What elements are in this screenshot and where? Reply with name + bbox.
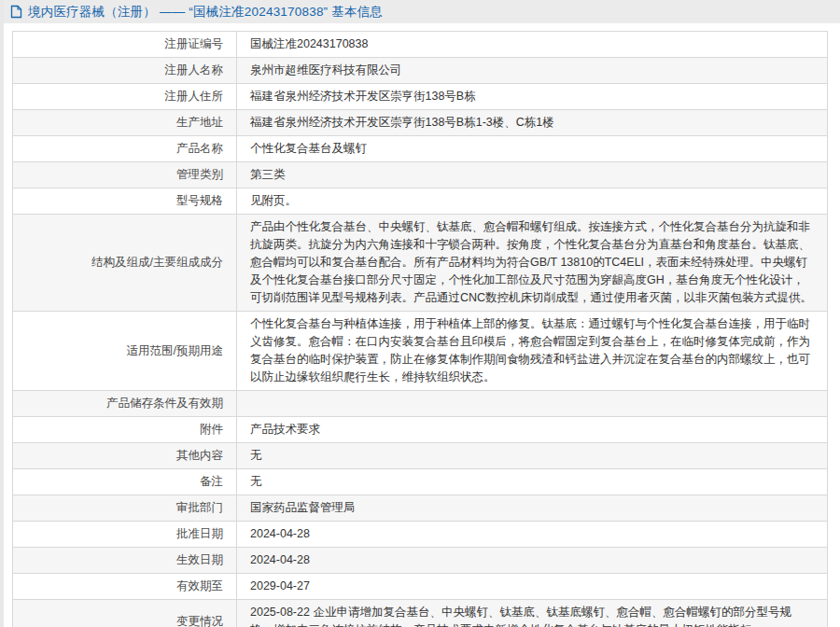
table-row: 备注无 [13, 469, 828, 495]
row-value: 福建省泉州经济技术开发区崇亨街138号B栋 [237, 84, 828, 110]
row-value: 福建省泉州经济技术开发区崇亨街138号B栋1-3楼、C栋1楼 [237, 110, 828, 136]
table-row: 管理类别第三类 [13, 162, 828, 188]
table-row: 变更情况2025-08-22 企业申请增加复合基台、中央螺钉、钛基底、钛基底螺钉… [13, 600, 828, 627]
row-value: 产品技术要求 [237, 417, 828, 443]
row-label: 附件 [13, 417, 237, 443]
row-value: 2024-04-28 [237, 522, 828, 548]
table-row: 附件产品技术要求 [13, 417, 828, 443]
row-value: 2025-08-22 企业申请增加复合基台、中央螺钉、钛基底、钛基底螺钉、愈合帽… [237, 600, 828, 627]
row-value [237, 391, 828, 417]
row-label: 注册人名称 [13, 58, 237, 84]
row-label: 批准日期 [13, 522, 237, 548]
page-title: 境内医疗器械（注册） —— “国械注准20243170838” 基本信息 [28, 4, 383, 21]
header-bar: 境内医疗器械（注册） —— “国械注准20243170838” 基本信息 [0, 0, 840, 23]
row-label: 注册人住所 [13, 84, 237, 110]
row-value: 个性化复合基台与种植体连接，用于种植体上部的修复。钛基底：通过螺钉与个性化复合基… [237, 312, 828, 391]
row-label: 变更情况 [13, 600, 237, 627]
row-value: 国械注准20243170838 [237, 32, 828, 58]
row-label: 备注 [13, 469, 237, 495]
table-row: 适用范围/预期用途个性化复合基台与种植体连接，用于种植体上部的修复。钛基底：通过… [13, 312, 828, 391]
row-label: 产品名称 [13, 136, 237, 162]
table-row: 注册证编号国械注准20243170838 [13, 32, 828, 58]
table-row: 结构及组成/主要组成成分产品由个性化复合基台、中央螺钉、钛基底、愈合帽和螺钉组成… [13, 215, 828, 312]
table-row: 审批部门国家药品监督管理局 [13, 495, 828, 522]
table-row: 产品储存条件及有效期 [13, 391, 828, 417]
row-label: 管理类别 [13, 162, 237, 188]
page-edge-strip [0, 0, 4, 627]
content-area: 注册证编号国械注准20243170838注册人名称泉州市超维医疗科技有限公司注册… [0, 23, 840, 627]
row-value: 2029-04-27 [237, 574, 828, 600]
table-row: 型号规格见附页。 [13, 188, 828, 215]
row-value: 无 [237, 469, 828, 495]
table-row: 批准日期2024-04-28 [13, 522, 828, 548]
row-label: 生效日期 [13, 548, 237, 574]
table-row: 其他内容无 [13, 443, 828, 469]
table-row: 注册人名称泉州市超维医疗科技有限公司 [13, 58, 828, 84]
document-icon [10, 5, 22, 19]
row-label: 注册证编号 [13, 32, 237, 58]
table-row: 生产地址福建省泉州经济技术开发区崇亨街138号B栋1-3楼、C栋1楼 [13, 110, 828, 136]
table-row: 生效日期2024-04-28 [13, 548, 828, 574]
row-value: 第三类 [237, 162, 828, 188]
row-label: 审批部门 [13, 495, 237, 522]
row-label: 产品储存条件及有效期 [13, 391, 237, 417]
table-row: 注册人住所福建省泉州经济技术开发区崇亨街138号B栋 [13, 84, 828, 110]
table-row: 有效期至2029-04-27 [13, 574, 828, 600]
row-value: 泉州市超维医疗科技有限公司 [237, 58, 828, 84]
row-value: 个性化复合基台及螺钉 [237, 136, 828, 162]
row-value: 产品由个性化复合基台、中央螺钉、钛基底、愈合帽和螺钉组成。按连接方式，个性化复合… [237, 215, 828, 312]
row-value: 见附页。 [237, 188, 828, 215]
table-row: 产品名称个性化复合基台及螺钉 [13, 136, 828, 162]
registration-info-table: 注册证编号国械注准20243170838注册人名称泉州市超维医疗科技有限公司注册… [12, 31, 828, 627]
row-label: 其他内容 [13, 443, 237, 469]
row-label: 型号规格 [13, 188, 237, 215]
row-label: 结构及组成/主要组成成分 [13, 215, 237, 312]
row-label: 适用范围/预期用途 [13, 312, 237, 391]
row-value: 2024-04-28 [237, 548, 828, 574]
row-value: 无 [237, 443, 828, 469]
row-label: 生产地址 [13, 110, 237, 136]
row-label: 有效期至 [13, 574, 237, 600]
row-value: 国家药品监督管理局 [237, 495, 828, 522]
